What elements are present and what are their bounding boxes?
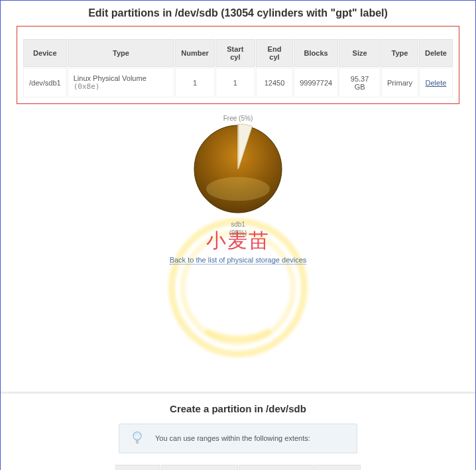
svg-point-2 <box>206 177 270 201</box>
ext-col-start: Starting cylinder <box>161 465 239 471</box>
col-start: Start cyl <box>215 39 255 67</box>
type-hex: (0x8e) <box>74 82 100 91</box>
cell-device: /dev/sdb1 <box>23 68 67 97</box>
col-blocks: Blocks <box>294 39 338 67</box>
back-link[interactable]: Back to the list of physical storage dev… <box>170 256 307 264</box>
col-number: Number <box>175 39 215 67</box>
cell-number: 1 <box>175 68 215 97</box>
ext-col-mode: Mode <box>115 465 160 471</box>
ext-col-space: Space <box>314 465 361 471</box>
delete-link[interactable]: Delete <box>426 79 447 87</box>
col-ptype: Type <box>381 39 418 67</box>
chart-region: Free (5%) sdb1 <box>1 107 475 299</box>
partitions-table: Device Type Number Start cyl End cyl Blo… <box>23 38 453 98</box>
watermark-glow <box>168 218 308 357</box>
svg-rect-5 <box>136 442 139 443</box>
pie-main-label: sdb1 (95%) <box>185 220 291 237</box>
col-delete: Delete <box>419 39 453 67</box>
cell-ptype: Primary <box>381 68 418 97</box>
page-title: Edit partitions in /dev/sdb (13054 cylin… <box>1 1 475 26</box>
pie-main-name: sdb1 <box>231 221 245 228</box>
watermark-glow <box>180 230 296 345</box>
cell-delete: Delete <box>419 68 453 97</box>
pie-chart: Free (5%) sdb1 <box>185 115 291 237</box>
pie-svg <box>192 123 284 215</box>
col-device: Device <box>23 39 67 67</box>
ext-col-end: Ending cylinder <box>239 465 314 471</box>
cell-start: 1 <box>215 68 255 97</box>
col-size: Size <box>339 39 381 67</box>
col-type: Type <box>68 39 175 67</box>
create-title: Create a partition in /dev/sdb <box>1 394 475 424</box>
cell-end: 12450 <box>256 68 293 97</box>
extents-table: Mode Starting cylinder Ending cylinder S… <box>115 464 362 471</box>
cell-size: 95.37 GB <box>339 68 381 97</box>
pie-main-pct: (95%) <box>229 229 247 237</box>
type-label: Linux Physical Volume <box>74 74 147 82</box>
svg-rect-4 <box>136 440 139 442</box>
hint-box: You can use ranges within the following … <box>119 424 357 453</box>
hint-text: You can use ranges within the following … <box>155 434 310 442</box>
watermark-glow <box>195 296 281 342</box>
cell-type: Linux Physical Volume (0x8e) <box>68 68 175 97</box>
col-end: End cyl <box>256 39 293 67</box>
partitions-outline: Device Type Number Start cyl End cyl Blo… <box>17 26 459 104</box>
pie-free-label: Free (5%) <box>185 115 291 122</box>
bulb-icon <box>131 431 143 446</box>
cell-blocks: 99997724 <box>294 68 338 97</box>
table-row: /dev/sdb1 Linux Physical Volume (0x8e) 1… <box>23 68 453 97</box>
